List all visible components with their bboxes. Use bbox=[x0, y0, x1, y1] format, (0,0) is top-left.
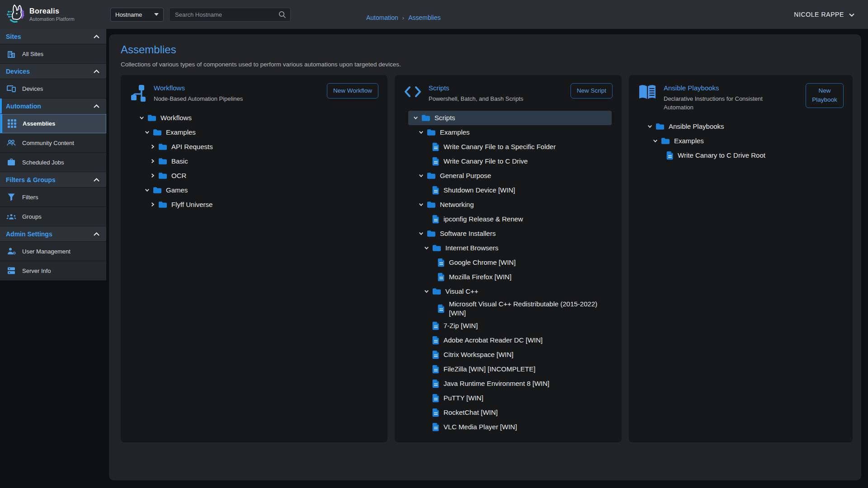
tree-folder-api-requests[interactable]: API Requests bbox=[134, 140, 377, 154]
tree-file-write-canary-file-to-a-specific-folder[interactable]: Write Canary File to a Specific Folder bbox=[408, 140, 612, 154]
tree-expanded-icon[interactable] bbox=[416, 230, 425, 236]
sidebar-item-all-sites[interactable]: All Sites bbox=[0, 44, 106, 64]
sidebar-item-assemblies[interactable]: Assemblies bbox=[0, 114, 106, 133]
sidebar-item-user-management[interactable]: User Management bbox=[0, 242, 106, 261]
tree-file-write-canary-to-c-drive-root[interactable]: Write Canary to C Drive Root bbox=[642, 148, 843, 163]
tree-collapsed-icon[interactable] bbox=[148, 202, 157, 207]
sidebar-item-filters[interactable]: Filters bbox=[0, 188, 106, 207]
tree-folder-general-purpose[interactable]: General Purpose bbox=[408, 169, 612, 183]
tree-item-label: Software Installers bbox=[440, 229, 495, 238]
tree-file-rocketchat-win[interactable]: RocketChat [WIN] bbox=[408, 405, 612, 420]
tree-collapsed-icon[interactable] bbox=[148, 158, 157, 164]
folder-icon bbox=[147, 114, 156, 122]
sidebar-item-groups[interactable]: Groups bbox=[0, 207, 106, 226]
tree-file-ipconfig-release-renew[interactable]: ipconfig Release & Renew bbox=[408, 212, 612, 226]
search-box[interactable] bbox=[169, 8, 291, 22]
tree-folder-examples[interactable]: Examples bbox=[408, 125, 612, 140]
sidebar-item-label: Server Info bbox=[22, 267, 51, 274]
tree-item-label: Networking bbox=[440, 200, 474, 209]
search-icon[interactable] bbox=[278, 11, 286, 19]
sidebar-section-label: Devices bbox=[6, 68, 30, 75]
tree-folder-games[interactable]: Games bbox=[134, 183, 377, 197]
tree-folder-software-installers[interactable]: Software Installers bbox=[408, 226, 612, 241]
tree-file-7-zip-win[interactable]: 7-Zip [WIN] bbox=[408, 319, 612, 333]
code-icon bbox=[404, 84, 422, 99]
chevron-up-icon bbox=[94, 104, 99, 108]
tree-file-google-chrome-win[interactable]: Google Chrome [WIN] bbox=[408, 255, 612, 270]
card-scripts: ScriptsPowershell, Batch, and Bash Scrip… bbox=[395, 75, 622, 442]
file-icon bbox=[432, 350, 439, 359]
tree-folder-basic[interactable]: Basic bbox=[134, 154, 377, 169]
tree-expanded-icon[interactable] bbox=[416, 173, 425, 178]
user-menu[interactable]: NICOLE RAPPE bbox=[794, 10, 854, 19]
sidebar-section-automation[interactable]: Automation bbox=[0, 99, 106, 114]
new-scripts-button[interactable]: New Script bbox=[571, 83, 613, 99]
tree-file-write-canary-file-to-c-drive[interactable]: Write Canary File to C Drive bbox=[408, 154, 612, 169]
tree-expanded-icon[interactable] bbox=[142, 187, 151, 193]
sidebar-item-scheduled-jobs[interactable]: Scheduled Jobs bbox=[0, 153, 106, 172]
chevron-up-icon bbox=[94, 232, 99, 236]
tree-item-label: FileZilla [WIN] [INCOMPLETE] bbox=[443, 365, 535, 374]
tree-folder-workflows[interactable]: Workflows bbox=[134, 111, 377, 125]
tree-file-microsoft-visual-c-redistributable-2015-2022-win[interactable]: Microsoft Visual C++ Redistributable (20… bbox=[408, 299, 612, 319]
sidebar-section-admin-settings[interactable]: Admin Settings bbox=[0, 226, 106, 242]
tree-expanded-icon[interactable] bbox=[416, 129, 425, 135]
tree-folder-ansible-playbooks[interactable]: Ansible Playbooks bbox=[642, 119, 843, 134]
new-ansible-playbooks-button[interactable]: New Playbook bbox=[806, 83, 844, 108]
tree-collapsed-icon[interactable] bbox=[148, 144, 157, 150]
sidebar-section-sites[interactable]: Sites bbox=[0, 29, 106, 44]
tree-file-adobe-acrobat-reader-dc-win[interactable]: Adobe Acrobat Reader DC [WIN] bbox=[408, 333, 612, 347]
chevron-down-icon bbox=[849, 10, 854, 19]
folder-icon bbox=[153, 129, 162, 136]
folder-icon bbox=[158, 172, 167, 179]
tree-folder-scripts[interactable]: Scripts bbox=[408, 111, 612, 125]
sidebar-section-devices[interactable]: Devices bbox=[0, 64, 106, 79]
tree-folder-flyff-universe[interactable]: Flyff Universe bbox=[134, 197, 377, 212]
tree-folder-networking[interactable]: Networking bbox=[408, 197, 612, 212]
tree-expanded-icon[interactable] bbox=[137, 115, 146, 121]
devices-icon bbox=[6, 84, 16, 93]
tree-folder-visual-c[interactable]: Visual C++ bbox=[408, 284, 612, 299]
file-icon bbox=[432, 379, 439, 388]
file-icon bbox=[432, 365, 439, 374]
tree-expanded-icon[interactable] bbox=[422, 288, 431, 294]
tree-item-label: Visual C++ bbox=[445, 287, 478, 296]
tree-item-label: Games bbox=[166, 186, 188, 195]
tree-expanded-icon[interactable] bbox=[645, 123, 654, 129]
sidebar-section-label: Filters & Groups bbox=[6, 176, 56, 183]
tree-file-shutdown-device-win[interactable]: Shutdown Device [WIN] bbox=[408, 183, 612, 197]
tree-folder-examples[interactable]: Examples bbox=[642, 134, 843, 148]
card-subtitle: Powershell, Batch, and Bash Scripts bbox=[429, 95, 558, 103]
tree-file-vlc-media-player-win[interactable]: VLC Media Player [WIN] bbox=[408, 420, 612, 434]
tree-item-label: Google Chrome [WIN] bbox=[449, 258, 516, 267]
sidebar-item-server-info[interactable]: Server Info bbox=[0, 261, 106, 281]
tree-file-citrix-workspace-win[interactable]: Citrix Workspace [WIN] bbox=[408, 347, 612, 362]
tree-collapsed-icon[interactable] bbox=[148, 173, 157, 178]
breadcrumb-link-automation[interactable]: Automation bbox=[366, 14, 398, 21]
breadcrumb-link-assemblies[interactable]: Assemblies bbox=[408, 14, 441, 21]
server-icon bbox=[6, 267, 16, 275]
tree-expanded-icon[interactable] bbox=[651, 138, 660, 144]
tree-expanded-icon[interactable] bbox=[142, 129, 151, 135]
sidebar-item-devices[interactable]: Devices bbox=[0, 79, 106, 99]
tree-expanded-icon[interactable] bbox=[416, 202, 425, 207]
new-workflows-button[interactable]: New Workflow bbox=[327, 83, 378, 99]
hostname-select[interactable]: Hostname bbox=[110, 8, 164, 22]
tree-item-label: ipconfig Release & Renew bbox=[443, 215, 523, 224]
folder-icon bbox=[432, 244, 441, 252]
tree-expanded-icon[interactable] bbox=[422, 245, 431, 251]
tree-file-putty-win[interactable]: PuTTY [WIN] bbox=[408, 391, 612, 405]
tree-file-filezilla-win-incomplete[interactable]: FileZilla [WIN] [INCOMPLETE] bbox=[408, 362, 612, 376]
tree-file-java-runtime-environment-8-win[interactable]: Java Runtime Environment 8 [WIN] bbox=[408, 376, 612, 391]
sidebar-item-community-content[interactable]: Community Content bbox=[0, 133, 106, 153]
tree-file-mozilla-firefox-win[interactable]: Mozilla Firefox [WIN] bbox=[408, 270, 612, 284]
sidebar-section-filters-groups[interactable]: Filters & Groups bbox=[0, 172, 106, 188]
tree-folder-internet-browsers[interactable]: Internet Browsers bbox=[408, 241, 612, 255]
tree-folder-ocr[interactable]: OCR bbox=[134, 169, 377, 183]
tree-item-label: Ansible Playbooks bbox=[669, 122, 724, 131]
sidebar-item-label: Groups bbox=[22, 213, 42, 220]
tree-expanded-icon[interactable] bbox=[411, 115, 420, 121]
search-input[interactable] bbox=[170, 11, 278, 18]
top-bar: Borealis Automation Platform Hostname Au… bbox=[0, 0, 868, 29]
tree-folder-examples[interactable]: Examples bbox=[134, 125, 377, 140]
